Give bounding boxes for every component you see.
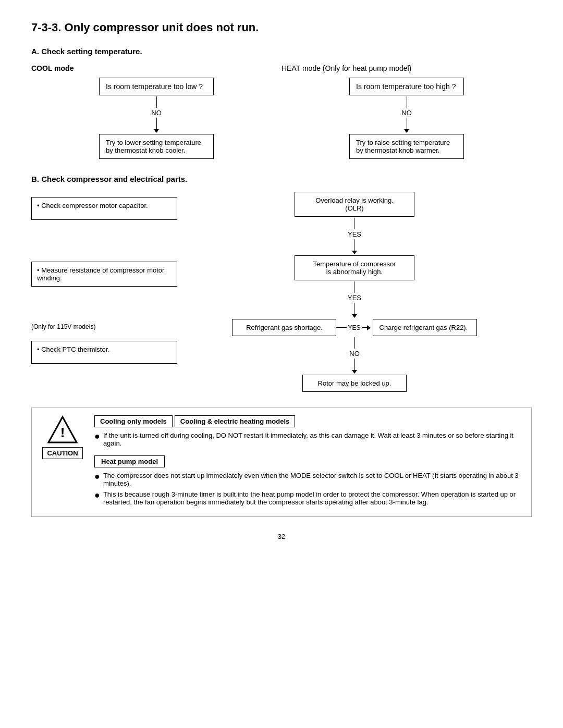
cool-mode-col: COOL mode Is room temperature too low ? … (31, 64, 282, 159)
section-a: A. Check setting temperature. COOL mode … (31, 47, 532, 159)
right-box-1: Overload relay is working.(OLR) (295, 192, 414, 217)
right-box-2: Temperature of compressoris abnormally h… (295, 255, 414, 280)
bullet-dot-1: ● (94, 431, 100, 441)
h-line2 (362, 327, 367, 328)
section-b: B. Check compressor and electrical parts… (31, 175, 532, 392)
page-number: 32 (31, 533, 532, 540)
svg-text:!: ! (60, 425, 65, 440)
h-line (336, 327, 347, 328)
section-b-layout: • Check compressor motor capacitor. • Me… (31, 192, 532, 392)
section-b-heading: B. Check compressor and electrical parts… (31, 175, 532, 183)
model-tabs: Cooling only models Cooling & electric h… (94, 415, 524, 427)
cool-box1: Is room temperature too low ? (99, 78, 214, 95)
caution-section: ! CAUTION Cooling only models Cooling & … (31, 408, 532, 517)
caution-label: CAUTION (42, 447, 82, 459)
caution-content: Cooling only models Cooling & electric h… (94, 415, 524, 509)
left-col: • Check compressor motor capacitor. • Me… (31, 192, 177, 392)
section-a-modes: COOL mode Is room temperature too low ? … (31, 64, 532, 159)
heat-mode-flow: Is room temperature too high ? NO Try to… (282, 78, 532, 159)
arrow-right (367, 325, 371, 330)
charge-box: Charge refrigerant gas (R22). (373, 319, 477, 336)
left-box-1: • Check compressor motor capacitor. (31, 197, 177, 220)
caution-left: ! CAUTION (39, 415, 86, 509)
yes-label-2: YES (348, 294, 361, 302)
yes-label-1: YES (348, 230, 361, 238)
left-note: (Only for 115V models) (31, 323, 177, 330)
cool-box2: Try to lower setting temperature by ther… (99, 134, 214, 159)
no-label-3: NO (349, 350, 360, 357)
heat-box1: Is room temperature too high ? (349, 78, 464, 95)
right-arrow-1: YES (348, 218, 361, 254)
heat-mode-col: HEAT mode (Only for heat pump model) Is … (282, 64, 532, 159)
right-box-3: Refrigerant gas shortage. (232, 319, 336, 336)
heat-pump-bullet-text-2: This is because rough 3-minute timer is … (103, 490, 524, 506)
bullet-dot-3: ● (94, 490, 100, 500)
cool-mode-label: COOL mode (31, 64, 282, 72)
cool-no-label: NO (151, 109, 162, 117)
cool-arrow1: NO (151, 96, 162, 133)
right-arrow-3: NO (349, 337, 360, 374)
refrigerant-row: Refrigerant gas shortage. YES Charge ref… (232, 319, 476, 336)
right-col: Overload relay is working.(OLR) YES Temp… (177, 192, 532, 392)
right-branch: YES Charge refrigerant gas (R22). (336, 319, 476, 336)
heat-pump-bullet-1: ● The compressor does not start up immed… (94, 472, 524, 487)
heat-pump-section: Heat pump model ● The compressor does no… (94, 455, 524, 506)
bullet-dot-2: ● (94, 472, 100, 481)
section-a-heading: A. Check setting temperature. (31, 47, 532, 56)
right-box-4: Rotor may be locked up. (302, 375, 407, 392)
tab-cooling-only: Cooling only models (94, 415, 173, 427)
heat-no-label: NO (401, 109, 412, 117)
caution-icon: ! (47, 415, 78, 444)
heat-pump-bullet-text-1: The compressor does not start up immedia… (103, 472, 524, 487)
heat-pump-bullet-2: ● This is because rough 3-minute timer i… (94, 490, 524, 506)
right-arrow-2: YES (348, 281, 361, 318)
tab-cooling-electric: Cooling & electric heating models (175, 415, 295, 427)
heat-box2: Try to raise setting temperature by ther… (349, 134, 464, 159)
heat-arrow1: NO (401, 96, 412, 133)
heat-mode-label: HEAT mode (Only for heat pump model) (282, 64, 532, 72)
left-box-2: • Measure resistance of compressor motor… (31, 262, 177, 287)
cool-mode-flow: Is room temperature too low ? NO Try to … (31, 78, 282, 159)
left-box-3: • Check PTC thermistor. (31, 341, 177, 364)
yes-label-right: YES (348, 324, 360, 331)
caution-bullet-1: ● If the unit is turned off during cooli… (94, 431, 524, 447)
heat-pump-label: Heat pump model (94, 455, 165, 467)
caution-bullet-text-1: If the unit is turned off during cooling… (103, 431, 524, 447)
page-title: 7-3-3. Only compressor unit does not run… (31, 21, 532, 34)
